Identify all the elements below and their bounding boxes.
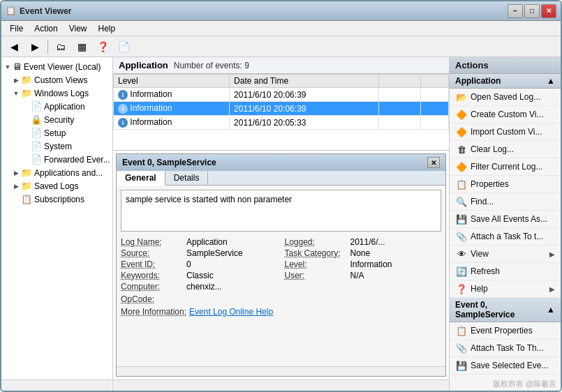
action-create-custom-view[interactable]: 🔶 Create Custom Vi... [450,106,561,123]
tree-application[interactable]: 📄 Application [1,100,112,113]
folder-button[interactable]: 🗂 [51,38,71,55]
action-event-properties[interactable]: 📋 Event Properties [450,322,561,340]
action-filter-log[interactable]: 🔶 Filter Current Log... [450,158,561,176]
keywords-value: Classic [186,271,214,280]
col-source[interactable] [379,75,421,88]
table-row[interactable]: i Information 2011/6/10 20:06:39 [114,102,449,116]
action-save-all-events[interactable]: 💾 Save All Events As... [450,211,561,228]
tree-forwarded[interactable]: 📄 Forwarded Ever... [1,153,112,166]
field-task-category: Task Category: None [285,248,442,258]
actions-section-event-label: Event 0, SampleService [455,300,547,319]
tree-subscriptions[interactable]: 📋 Subscriptions [1,193,112,206]
action-view[interactable]: 👁 View ▶ [450,246,561,263]
action-properties[interactable]: 📋 Properties [450,176,561,193]
tab-general[interactable]: General [117,171,165,186]
action-open-saved-log[interactable]: 📂 Open Saved Log... [450,89,561,106]
windows-logs-expand-icon[interactable]: ▼ [11,89,21,98]
window-title: Event Viewer [20,6,508,16]
event-list-title: Application [119,60,168,70]
find-icon: 🔍 [455,195,468,208]
create-view-icon: 🔶 [455,108,468,121]
computer-label: Computer: [121,282,184,292]
action-attach-task[interactable]: 📎 Attach a Task To t... [450,228,561,246]
level-value: Information [350,259,392,269]
action-import-custom-view[interactable]: 🔶 Import Custom Vi... [450,123,561,141]
row1-datetime: 2011/6/10 20:06:39 [230,88,379,102]
row2-eventid [421,102,449,116]
event-id-value: 0 [186,259,191,269]
tree-system[interactable]: 📄 System [1,140,112,153]
action-refresh[interactable]: 🔄 Refresh [450,263,561,280]
help-button[interactable]: ❓ [93,38,112,55]
tree-custom-views[interactable]: ▶ 📁 Custom Views [1,73,112,86]
field-event-id: Event ID: 0 [121,259,278,269]
tree-apps-services[interactable]: ▶ 📁 Applications and... [1,166,112,179]
security-expand-icon [21,115,31,125]
row2-source [379,102,421,116]
col-datetime[interactable]: Date and Time [230,75,379,88]
saved-logs-expand-icon[interactable]: ▶ [11,181,21,191]
refresh-icon: 🔄 [455,265,468,278]
action-clear-log[interactable]: 🗑 Clear Log... [450,141,561,158]
log-name-label: Log Name: [121,237,184,247]
detail-bottom-scrollbar[interactable] [117,366,445,376]
row3-eventid [421,116,449,130]
event-table: Level Date and Time i Information [113,74,449,130]
action-save-selected[interactable]: 💾 Save Selected Eve... [450,357,561,375]
row1-eventid [421,88,449,102]
custom-views-expand-icon[interactable]: ▶ [11,75,21,85]
forward-button[interactable]: ▶ [25,38,45,55]
tree-scrollbar[interactable] [1,379,112,391]
tree-setup[interactable]: 📄 Setup [1,126,112,140]
user-value: N/A [350,271,364,280]
menu-file[interactable]: File [4,22,29,35]
table-row[interactable]: i Information 2011/6/10 20:06:39 [114,88,449,102]
security-icon: 🔒 [31,114,42,125]
windows-logs-label: Windows Logs [34,89,89,98]
tree-security[interactable]: 🔒 Security [1,113,112,126]
event-log-link[interactable]: Event Log Online Help [189,307,273,317]
apps-services-label: Applications and... [34,168,103,178]
root-label: Event Viewer (Local) [24,62,101,72]
action-find[interactable]: 🔍 Find... [450,193,561,211]
action-help[interactable]: ❓ Help ▶ [450,280,561,298]
logged-value: 2011/6/... [350,237,385,247]
source-label: Source: [121,248,184,258]
maximize-button[interactable]: □ [524,4,540,18]
view-button[interactable]: ▦ [72,38,91,55]
menu-action[interactable]: Action [29,22,63,35]
view-arrow-icon: ▶ [549,250,555,258]
minimize-button[interactable]: − [508,4,523,18]
action-attach-task-event[interactable]: 📎 Attach Task To Th... [450,340,561,357]
event-detail-tabs: General Details [117,171,445,186]
back-button[interactable]: ◀ [4,38,24,55]
actions-section-event[interactable]: Event 0, SampleService ▲ [450,298,561,322]
tree-saved-logs[interactable]: ▶ 📁 Saved Logs [1,179,112,193]
event-detail-panel: Event 0, SampleService ✕ General Details… [116,153,446,377]
menu-help[interactable]: Help [93,22,121,35]
open-icon: 📂 [455,91,468,103]
tree-windows-logs[interactable]: ▼ 📁 Windows Logs [1,86,112,100]
table-bottom-scrollbar[interactable] [113,379,449,391]
tree-root[interactable]: ▼ 🖥 Event Viewer (Local) [1,60,112,73]
custom-views-icon: 📁 [21,75,32,85]
table-row[interactable]: i Information 2011/6/10 20:05:33 [114,116,449,130]
actions-section-event-arrow: ▲ [547,305,555,315]
subscriptions-icon: 📋 [21,194,32,204]
actions-section-application[interactable]: Application ▲ [450,74,561,89]
computer-value: chenxiz... [186,282,222,292]
event-detail-close-button[interactable]: ✕ [427,157,440,168]
event-detail-titlebar: Event 0, SampleService ✕ [117,154,445,171]
col-eventid[interactable] [421,75,449,88]
close-button[interactable]: ✕ [541,4,556,18]
export-button[interactable]: 📄 [114,38,133,55]
event-fields: Log Name: Application Logged: 2011/6/...… [121,237,441,292]
root-expand-icon[interactable]: ▼ [3,62,13,72]
tab-details[interactable]: Details [165,171,209,185]
help-arrow-icon: ▶ [549,285,555,293]
menu-view[interactable]: View [64,22,93,35]
col-level[interactable]: Level [114,75,230,88]
event-table-wrap: Level Date and Time i Information [113,74,449,151]
field-user: User: N/A [285,271,442,280]
apps-services-expand-icon[interactable]: ▶ [11,168,21,178]
